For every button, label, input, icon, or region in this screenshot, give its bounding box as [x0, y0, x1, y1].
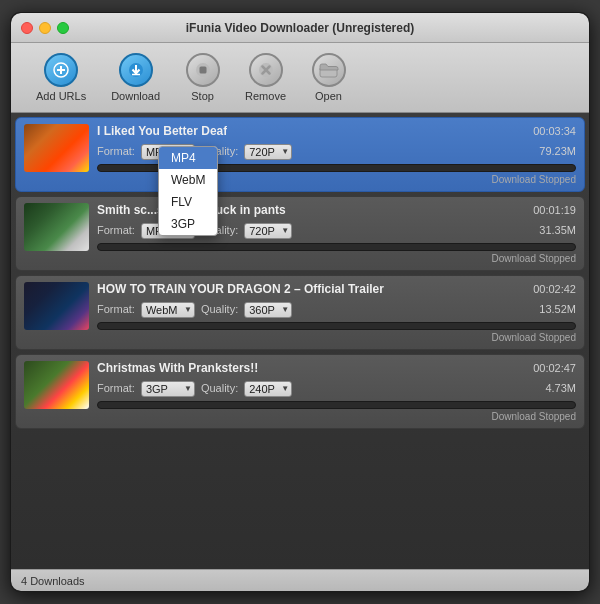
item-size-1: 79.23M: [539, 145, 576, 157]
remove-button[interactable]: Remove: [235, 48, 296, 107]
minimize-button[interactable]: [39, 22, 51, 34]
status-text-3: Download Stopped: [491, 332, 576, 343]
progress-row-2: [97, 243, 576, 251]
format-select-3[interactable]: MP4 WebM FLV 3GP: [141, 302, 195, 318]
open-label: Open: [315, 90, 342, 102]
download-button[interactable]: Download: [101, 48, 170, 107]
dropdown-option-mp4[interactable]: MP4: [159, 147, 217, 169]
titlebar: iFunia Video Downloader (Unregistered): [11, 13, 589, 43]
remove-icon: [249, 53, 283, 87]
open-icon: [312, 53, 346, 87]
quality-label-3: Quality:: [201, 303, 238, 315]
item-duration-4: 00:02:47: [533, 362, 576, 374]
statusbar: 4 Downloads: [11, 569, 589, 591]
quality-select-1[interactable]: 720P 480P 360P 240P: [244, 144, 292, 160]
toolbar: Add URLs Download Stop: [11, 43, 589, 113]
title-row-3: HOW TO TRAIN YOUR DRAGON 2 – Official Tr…: [97, 282, 576, 296]
item-info-3: HOW TO TRAIN YOUR DRAGON 2 – Official Tr…: [97, 282, 576, 343]
window-title: iFunia Video Downloader (Unregistered): [186, 21, 414, 35]
quality-select-2[interactable]: 720P 480P 360P 240P: [244, 223, 292, 239]
download-item-4[interactable]: Christmas With Pranksters!! 00:02:47 For…: [15, 354, 585, 429]
title-row-4: Christmas With Pranksters!! 00:02:47: [97, 361, 576, 375]
thumbnail-4: [24, 361, 89, 409]
status-row-3: Download Stopped: [97, 332, 576, 343]
item-duration-1: 00:03:34: [533, 125, 576, 137]
stop-icon: [186, 53, 220, 87]
item-top-4: Christmas With Pranksters!! 00:02:47 For…: [24, 361, 576, 422]
item-size-3: 13.52M: [539, 303, 576, 315]
format-label-3: Format:: [97, 303, 135, 315]
download-item-2[interactable]: Smith sc...self with puck in pants 00:01…: [15, 196, 585, 271]
progress-row-4: [97, 401, 576, 409]
add-urls-icon: [44, 53, 78, 87]
stop-label: Stop: [191, 90, 214, 102]
title-row-1: I Liked You Better Deaf 00:03:34: [97, 124, 576, 138]
progress-bar-2: [97, 243, 576, 251]
add-urls-label: Add URLs: [36, 90, 86, 102]
item-top-1: I Liked You Better Deaf 00:03:34 Format:…: [24, 124, 576, 185]
format-label-4: Format:: [97, 382, 135, 394]
traffic-lights: [21, 22, 69, 34]
thumbnail-3: [24, 282, 89, 330]
progress-row-3: [97, 322, 576, 330]
item-title-3: HOW TO TRAIN YOUR DRAGON 2 – Official Tr…: [97, 282, 384, 296]
format-select-4[interactable]: MP4 WebM FLV 3GP: [141, 381, 195, 397]
item-duration-3: 00:02:42: [533, 283, 576, 295]
main-window: iFunia Video Downloader (Unregistered) A…: [10, 12, 590, 592]
statusbar-text: 4 Downloads: [21, 575, 85, 587]
dropdown-option-flv[interactable]: FLV: [159, 191, 217, 213]
download-item-1[interactable]: I Liked You Better Deaf 00:03:34 Format:…: [15, 117, 585, 192]
item-title-4: Christmas With Pranksters!!: [97, 361, 258, 375]
quality-select-wrapper-4: 720P 480P 360P 240P ▼: [244, 379, 292, 397]
status-row-4: Download Stopped: [97, 411, 576, 422]
format-select-wrapper-3: MP4 WebM FLV 3GP ▼: [141, 300, 195, 318]
progress-bar-3: [97, 322, 576, 330]
item-size-2: 31.35M: [539, 224, 576, 236]
download-item-3[interactable]: HOW TO TRAIN YOUR DRAGON 2 – Official Tr…: [15, 275, 585, 350]
item-info-4: Christmas With Pranksters!! 00:02:47 For…: [97, 361, 576, 422]
open-button[interactable]: Open: [301, 48, 356, 107]
download-list: I Liked You Better Deaf 00:03:34 Format:…: [11, 113, 589, 569]
status-row-2: Download Stopped: [97, 253, 576, 264]
stop-button[interactable]: Stop: [175, 48, 230, 107]
svg-rect-7: [199, 67, 206, 74]
item-controls-3: Format: MP4 WebM FLV 3GP ▼ Quality:: [97, 300, 576, 318]
format-dropdown-1: MP4 WebM FLV 3GP: [158, 146, 218, 236]
item-title-1: I Liked You Better Deaf: [97, 124, 227, 138]
item-duration-2: 00:01:19: [533, 204, 576, 216]
format-label-1: Format:: [97, 145, 135, 157]
status-text-4: Download Stopped: [491, 411, 576, 422]
download-label: Download: [111, 90, 160, 102]
format-select-wrapper-4: MP4 WebM FLV 3GP ▼: [141, 379, 195, 397]
quality-label-4: Quality:: [201, 382, 238, 394]
quality-select-wrapper-1: 720P 480P 360P 240P ▼: [244, 142, 292, 160]
remove-label: Remove: [245, 90, 286, 102]
maximize-button[interactable]: [57, 22, 69, 34]
format-label-2: Format:: [97, 224, 135, 236]
download-icon: [119, 53, 153, 87]
quality-select-wrapper-2: 720P 480P 360P 240P ▼: [244, 221, 292, 239]
item-size-4: 4.73M: [545, 382, 576, 394]
quality-select-4[interactable]: 720P 480P 360P 240P: [244, 381, 292, 397]
thumbnail-1: [24, 124, 89, 172]
thumbnail-2: [24, 203, 89, 251]
progress-bar-4: [97, 401, 576, 409]
dropdown-option-3gp[interactable]: 3GP: [159, 213, 217, 235]
status-text-2: Download Stopped: [491, 253, 576, 264]
status-text-1: Download Stopped: [491, 174, 576, 185]
item-top-2: Smith sc...self with puck in pants 00:01…: [24, 203, 576, 264]
quality-select-3[interactable]: 720P 480P 360P 240P: [244, 302, 292, 318]
item-controls-4: Format: MP4 WebM FLV 3GP ▼ Quality:: [97, 379, 576, 397]
add-urls-button[interactable]: Add URLs: [26, 48, 96, 107]
item-top-3: HOW TO TRAIN YOUR DRAGON 2 – Official Tr…: [24, 282, 576, 343]
dropdown-option-webm[interactable]: WebM: [159, 169, 217, 191]
close-button[interactable]: [21, 22, 33, 34]
quality-select-wrapper-3: 720P 480P 360P 240P ▼: [244, 300, 292, 318]
